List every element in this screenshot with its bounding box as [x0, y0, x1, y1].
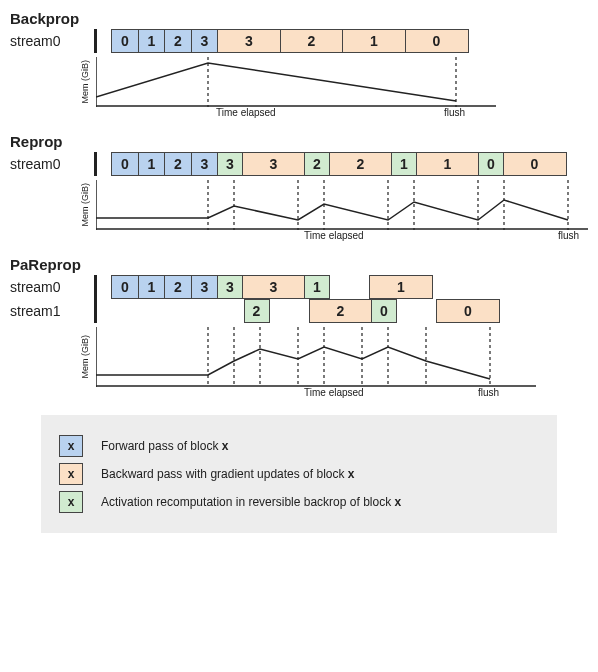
legend-swatch-fwd: x [59, 435, 83, 457]
ylabel: Mem (GiB) [10, 327, 96, 387]
legend-swatch-bwd: x [59, 463, 83, 485]
bwd-cell: 2 [309, 299, 373, 323]
legend-text-bwd: Backward pass with gradient updates of b… [101, 467, 355, 481]
xlabel-center: Time elapsed [304, 230, 364, 241]
method-title: PaReprop [10, 256, 81, 273]
legend-text-recomp: Activation recomputation in reversible b… [101, 495, 401, 509]
pareprop-chart-svg [96, 327, 536, 387]
stream-row: stream1 2200 [10, 299, 588, 323]
stream-row: stream0 01233311 [10, 275, 588, 299]
gap-cell [396, 299, 438, 323]
fwd-cell: 2 [164, 29, 192, 53]
fwd-cell: 0 [111, 29, 139, 53]
bwd-cell: 0 [405, 29, 469, 53]
legend-row-fwd: x Forward pass of block x [59, 435, 539, 457]
xlabel-flush: flush [478, 387, 499, 398]
method-reprop: Reprop stream0 012333221100 Mem (GiB) Ti… [10, 133, 588, 244]
bwd-cell: 3 [217, 29, 281, 53]
backprop-chart-svg [96, 57, 496, 107]
xlabel-flush: flush [444, 107, 465, 118]
fwd-cell: 2 [164, 275, 192, 299]
pareprop-stream0-cells: 01233311 [111, 275, 433, 299]
mem-chart: Mem (GiB) [10, 57, 588, 107]
reprop-chart-svg [96, 180, 588, 230]
recomp-cell: 0 [478, 152, 504, 176]
legend-text-fwd: Forward pass of block x [101, 439, 228, 453]
stream-label: stream1 [10, 299, 97, 323]
xlabel-center: Time elapsed [304, 387, 364, 398]
bwd-cell: 1 [369, 275, 433, 299]
fwd-cell: 3 [191, 152, 219, 176]
legend-row-recomp: x Activation recomputation in reversible… [59, 491, 539, 513]
x-axis-labels: Time elapsed flush [104, 387, 588, 401]
recomp-cell: 3 [217, 275, 243, 299]
ylabel: Mem (GiB) [10, 180, 96, 230]
bwd-cell: 1 [416, 152, 480, 176]
fwd-cell: 1 [138, 29, 166, 53]
fwd-cell: 2 [164, 152, 192, 176]
fwd-cell: 3 [191, 275, 219, 299]
fwd-cell: 1 [138, 275, 166, 299]
fwd-cell: 0 [111, 152, 139, 176]
ylabel: Mem (GiB) [10, 57, 96, 107]
mem-chart: Mem (GiB) [10, 327, 588, 387]
bwd-cell: 0 [436, 299, 500, 323]
stream-label: stream0 [10, 152, 97, 176]
gap-cell [111, 299, 245, 323]
fwd-cell: 0 [111, 275, 139, 299]
fwd-cell: 1 [138, 152, 166, 176]
reprop-stream0-cells: 012333221100 [111, 152, 567, 176]
fwd-cell: 3 [191, 29, 219, 53]
legend: x Forward pass of block x x Backward pas… [41, 415, 557, 533]
recomp-cell: 1 [304, 275, 330, 299]
method-backprop: Backprop stream0 01233210 Mem (GiB) Time… [10, 10, 588, 121]
stream-row: stream0 01233210 [10, 29, 588, 53]
method-title: Reprop [10, 133, 63, 150]
bwd-cell: 3 [242, 275, 306, 299]
bwd-cell: 0 [503, 152, 567, 176]
recomp-cell: 2 [304, 152, 330, 176]
stream-row: stream0 012333221100 [10, 152, 588, 176]
backprop-stream0-cells: 01233210 [111, 29, 469, 53]
recomp-cell: 2 [244, 299, 270, 323]
gap-cell [329, 275, 371, 299]
stream-label: stream0 [10, 275, 97, 299]
xlabel-center: Time elapsed [216, 107, 276, 118]
stream-label: stream0 [10, 29, 97, 53]
bwd-cell: 2 [280, 29, 344, 53]
x-axis-labels: Time elapsed flush [104, 107, 588, 121]
method-pareprop: PaReprop stream0 01233311 stream1 2200 M… [10, 256, 588, 401]
bwd-cell: 1 [342, 29, 406, 53]
bwd-cell: 3 [242, 152, 306, 176]
recomp-cell: 1 [391, 152, 417, 176]
method-title: Backprop [10, 10, 79, 27]
x-axis-labels: Time elapsed flush [104, 230, 588, 244]
bwd-cell: 2 [329, 152, 393, 176]
legend-row-bwd: x Backward pass with gradient updates of… [59, 463, 539, 485]
legend-swatch-recomp: x [59, 491, 83, 513]
recomp-cell: 3 [217, 152, 243, 176]
xlabel-flush: flush [558, 230, 579, 241]
recomp-cell: 0 [371, 299, 397, 323]
gap-cell [268, 299, 310, 323]
mem-chart: Mem (GiB) [10, 180, 588, 230]
pareprop-stream1-cells: 2200 [111, 299, 500, 323]
